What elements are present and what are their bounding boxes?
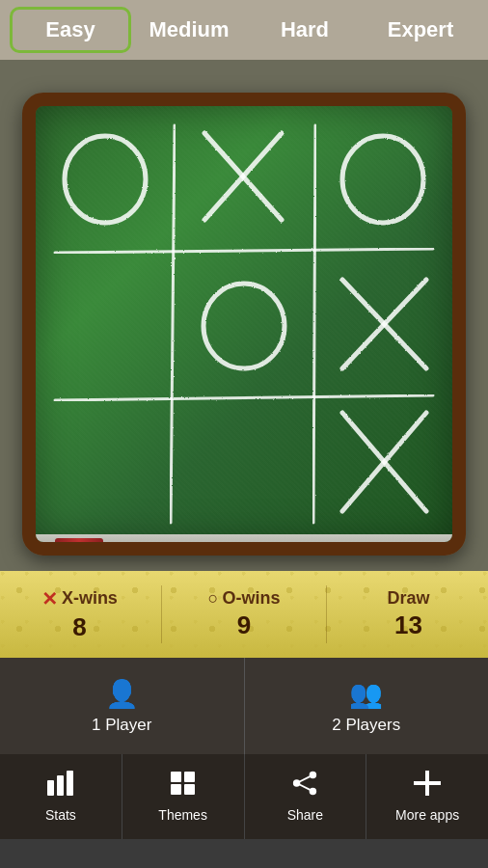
two-player-label: 2 Players (332, 716, 400, 735)
svg-point-7 (342, 136, 423, 223)
stats-icon (47, 771, 74, 802)
eraser (55, 538, 103, 552)
one-player-label: 1 Player (92, 716, 151, 735)
stats-label: Stats (45, 807, 76, 823)
score-divider-2 (326, 585, 327, 643)
themes-nav-item[interactable]: Themes (122, 754, 245, 839)
svg-line-2 (171, 125, 175, 523)
o-wins-text: O-wins (222, 588, 280, 609)
svg-point-8 (203, 284, 285, 368)
svg-line-1 (55, 395, 433, 400)
two-player-button[interactable]: 👥 2 Players (245, 658, 489, 754)
o-wins-value: 9 (237, 610, 251, 640)
svg-point-21 (310, 788, 316, 795)
o-icon: ○ (208, 588, 219, 609)
one-player-icon: 👤 (105, 678, 139, 710)
player-bar: 👤 1 Player 👥 2 Players (0, 658, 488, 754)
draw-label: Draw (388, 588, 430, 609)
svg-rect-17 (184, 772, 195, 782)
o-wins-section: ○ O-wins 9 (186, 588, 302, 640)
share-label: Share (287, 807, 323, 823)
share-icon (291, 771, 318, 802)
svg-line-3 (313, 125, 315, 523)
difficulty-hard[interactable]: Hard (247, 10, 363, 50)
difficulty-expert[interactable]: Expert (363, 10, 478, 50)
more-apps-label: More apps (395, 807, 459, 823)
x-wins-text: X-wins (62, 588, 118, 609)
bottom-nav: Stats Themes Share (0, 754, 488, 839)
difficulty-bar: Easy Medium Hard Expert (0, 0, 488, 60)
svg-rect-16 (171, 772, 181, 782)
share-nav-item[interactable]: Share (245, 754, 367, 839)
board-area (0, 60, 488, 571)
svg-rect-14 (57, 775, 64, 796)
x-wins-label: ✕ X-wins (41, 587, 118, 610)
chalkboard[interactable] (22, 93, 466, 556)
score-bar: ✕ X-wins 8 ○ O-wins 9 Draw 13 (0, 571, 488, 658)
stats-nav-item[interactable]: Stats (0, 754, 122, 839)
more-apps-nav-item[interactable]: More apps (366, 754, 488, 839)
svg-rect-19 (184, 784, 195, 795)
o-wins-label: ○ O-wins (208, 588, 281, 609)
draw-value: 13 (394, 610, 422, 640)
svg-line-23 (297, 775, 313, 783)
score-divider-1 (161, 585, 162, 643)
svg-line-24 (297, 783, 313, 791)
svg-rect-15 (67, 771, 73, 796)
more-apps-icon (414, 771, 441, 802)
x-wins-value: 8 (72, 612, 86, 642)
difficulty-medium[interactable]: Medium (131, 10, 247, 50)
one-player-button[interactable]: 👤 1 Player (0, 658, 245, 754)
difficulty-easy[interactable]: Easy (10, 7, 131, 53)
draw-section: Draw 13 (351, 588, 467, 640)
svg-rect-13 (47, 780, 54, 796)
x-icon: ✕ (41, 587, 58, 610)
svg-point-20 (310, 772, 316, 778)
two-player-icon: 👥 (349, 678, 383, 710)
themes-label: Themes (158, 807, 207, 823)
x-wins-section: ✕ X-wins 8 (21, 587, 137, 642)
themes-icon (170, 771, 197, 802)
svg-point-4 (65, 136, 146, 223)
svg-rect-18 (171, 784, 181, 795)
svg-line-0 (55, 249, 433, 253)
eraser-ledge (36, 534, 452, 556)
